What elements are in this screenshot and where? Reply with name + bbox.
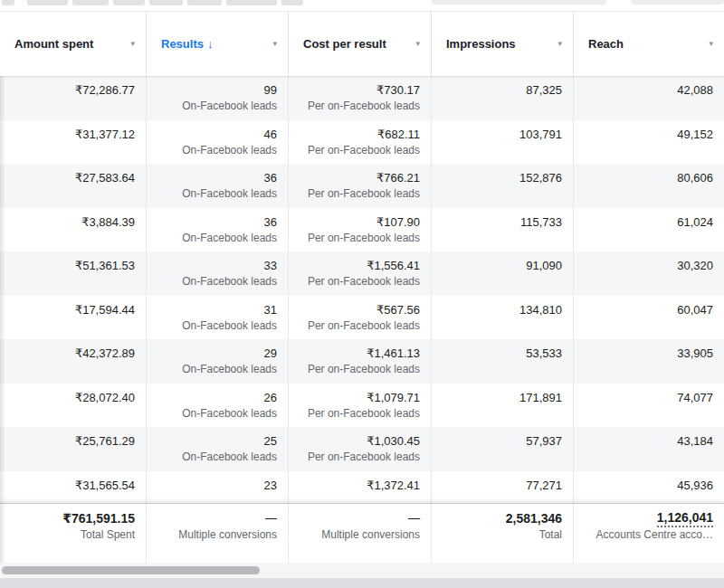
total-results-subtitle: Multiple conversions: [147, 527, 277, 542]
cost-per-result-value: ₹1,030.45: [289, 433, 420, 450]
totals-row: ₹761,591.15 Total Spent — Multiple conve…: [0, 503, 724, 564]
bottom-edge-strip: [0, 578, 724, 588]
results-value: 25: [147, 433, 277, 450]
reach-value: 61,024: [574, 214, 713, 231]
impressions-value: 134,810: [432, 302, 562, 318]
column-header-amount-spent[interactable]: Amount spent ▾: [0, 11, 147, 76]
cell-cost-per-result: ₹1,556.41 Per on-Facebook leads: [289, 251, 432, 296]
clipped-toolbar-button[interactable]: [72, 0, 109, 5]
cost-per-result-subtitle: Per on-Facebook leads: [289, 318, 420, 333]
clipped-toolbar-button[interactable]: [187, 0, 222, 5]
cell-amount-spent: ₹51,361.53: [0, 251, 147, 296]
cost-per-result-value: ₹567.56: [289, 302, 420, 318]
reach-value: 42,088: [574, 82, 713, 99]
table-row[interactable]: ₹31,565.54 23 ₹1,372.41 77,271 45,936: [0, 471, 724, 504]
cost-per-result-value: ₹1,079.71: [289, 390, 420, 406]
cost-per-result-subtitle: Per on-Facebook leads: [289, 362, 420, 376]
cell-reach: 60,047: [574, 296, 724, 340]
results-value: 26: [147, 390, 277, 406]
amount-spent-value: ₹3,884.39: [0, 214, 135, 231]
results-subtitle: On-Facebook leads: [147, 231, 277, 245]
chevron-down-icon[interactable]: ▾: [709, 39, 713, 48]
chevron-down-icon[interactable]: ▾: [130, 39, 135, 48]
column-header-reach[interactable]: Reach ▾: [574, 11, 724, 76]
impressions-value: 77,271: [432, 478, 562, 494]
amount-spent-value: ₹72,286.77: [0, 82, 135, 99]
cell-amount-spent: ₹17,594.44: [0, 296, 147, 340]
cost-per-result-value: ₹682.11: [289, 127, 420, 143]
results-subtitle: On-Facebook leads: [147, 99, 277, 113]
column-header-results[interactable]: Results ↓ ▾: [147, 11, 289, 76]
total-amount-subtitle: Total Spent: [0, 527, 135, 542]
column-header-cost-per-result[interactable]: Cost per result ▾: [289, 11, 432, 76]
results-subtitle: On-Facebook leads: [147, 450, 277, 464]
clipped-toolbar-strip: [0, 0, 724, 12]
cell-impressions: 53,533: [432, 339, 574, 384]
total-cell-amount-spent: ₹761,591.15 Total Spent: [0, 504, 147, 564]
chevron-down-icon[interactable]: ▾: [415, 39, 420, 48]
table-row[interactable]: ₹28,072.40 26 On-Facebook leads ₹1,079.7…: [0, 384, 724, 428]
clipped-toolbar-button[interactable]: [113, 0, 145, 5]
clipped-toolbar-field[interactable]: [432, 0, 606, 5]
cell-impressions: 77,271: [432, 471, 574, 504]
table-row[interactable]: ₹3,884.39 36 On-Facebook leads ₹107.90 P…: [0, 208, 724, 252]
results-subtitle: On-Facebook leads: [147, 143, 277, 157]
table-row[interactable]: ₹25,761.29 25 On-Facebook leads ₹1,030.4…: [0, 427, 724, 471]
total-results-value: —: [147, 509, 277, 527]
horizontal-scrollbar-thumb[interactable]: [2, 566, 260, 574]
cell-amount-spent: ₹25,761.29: [0, 427, 147, 471]
cost-per-result-subtitle: Per on-Facebook leads: [289, 231, 420, 245]
clipped-toolbar-button[interactable]: [281, 0, 303, 5]
column-header-impressions[interactable]: Impressions ▾: [432, 11, 574, 76]
clipped-toolbar-button[interactable]: [226, 0, 277, 5]
chevron-down-icon[interactable]: ▾: [557, 39, 562, 48]
clipped-toolbar-button[interactable]: [2, 0, 14, 5]
table-row[interactable]: ₹31,377.12 46 On-Facebook leads ₹682.11 …: [0, 120, 724, 165]
total-cost-subtitle: Multiple conversions: [289, 527, 420, 542]
cell-results: 36 On-Facebook leads: [147, 208, 289, 252]
reach-value: 60,047: [574, 302, 713, 318]
table-row[interactable]: ₹51,361.53 33 On-Facebook leads ₹1,556.4…: [0, 251, 724, 296]
results-value: 36: [147, 170, 277, 186]
cell-reach: 43,184: [574, 427, 724, 471]
amount-spent-value: ₹42,372.89: [0, 346, 135, 362]
amount-spent-value: ₹25,761.29: [0, 433, 135, 450]
cell-reach: 42,088: [574, 76, 724, 120]
reach-value: 49,152: [574, 127, 713, 143]
cell-impressions: 87,325: [432, 76, 574, 120]
cost-per-result-subtitle: Per on-Facebook leads: [289, 406, 420, 421]
table-row[interactable]: ₹17,594.44 31 On-Facebook leads ₹567.56 …: [0, 296, 724, 340]
horizontal-scrollbar-track[interactable]: [0, 563, 724, 578]
impressions-value: 115,733: [432, 214, 562, 231]
cell-results: 31 On-Facebook leads: [147, 296, 289, 340]
cell-reach: 61,024: [574, 208, 724, 252]
results-value: 23: [147, 478, 277, 494]
results-subtitle: On-Facebook leads: [147, 318, 277, 333]
cell-results: 33 On-Facebook leads: [147, 251, 289, 296]
clipped-toolbar-button[interactable]: [27, 0, 68, 5]
total-reach-value[interactable]: 1,126,041: [657, 510, 713, 527]
reach-value: 43,184: [574, 433, 713, 450]
table-row[interactable]: ₹42,372.89 29 On-Facebook leads ₹1,461.1…: [0, 339, 724, 384]
cost-per-result-value: ₹730.17: [289, 82, 420, 99]
chevron-down-icon[interactable]: ▾: [272, 39, 277, 48]
cell-results: 29 On-Facebook leads: [147, 339, 289, 384]
table-row[interactable]: ₹72,286.77 99 On-Facebook leads ₹730.17 …: [0, 76, 724, 120]
total-cell-reach: 1,126,041 Accounts Centre acco…: [574, 504, 724, 564]
results-subtitle: On-Facebook leads: [147, 406, 277, 421]
cost-per-result-subtitle: Per on-Facebook leads: [289, 143, 420, 157]
cell-results: 23: [147, 471, 289, 504]
clipped-toolbar-field[interactable]: [631, 0, 724, 5]
clipped-toolbar-button[interactable]: [149, 0, 183, 5]
cost-per-result-value: ₹107.90: [289, 214, 420, 231]
sort-descending-icon: ↓: [207, 37, 214, 51]
impressions-value: 152,876: [432, 170, 562, 186]
cost-per-result-value: ₹1,461.13: [289, 346, 420, 362]
results-subtitle: On-Facebook leads: [147, 274, 277, 289]
table-row[interactable]: ₹27,583.64 36 On-Facebook leads ₹766.21 …: [0, 164, 724, 208]
amount-spent-value: ₹28,072.40: [0, 390, 135, 406]
cell-impressions: 171,891: [432, 384, 574, 428]
column-label: Impressions: [446, 37, 516, 51]
column-label: Cost per result: [303, 37, 386, 51]
amount-spent-value: ₹27,583.64: [0, 170, 135, 186]
